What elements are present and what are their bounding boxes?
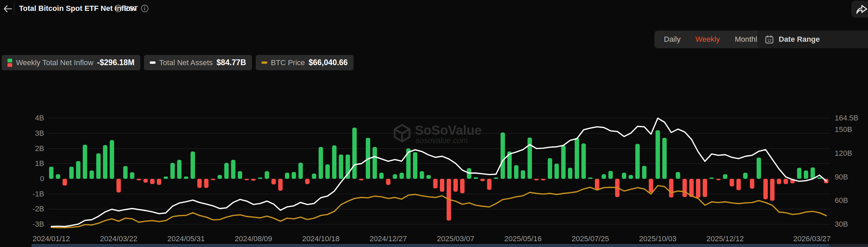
bar-week-26 — [224, 163, 229, 179]
bar-week-9 — [110, 140, 114, 179]
left-axis-tick: 1B — [35, 159, 44, 168]
bar-week-78 — [575, 138, 579, 179]
bar-week-27 — [231, 160, 235, 179]
bar-week-32 — [265, 171, 269, 179]
left-axis-tick: 4B — [35, 114, 44, 122]
bar-week-7 — [96, 153, 101, 179]
chart-scrollbar-track[interactable] — [32, 244, 868, 247]
bar-week-104 — [750, 179, 754, 189]
watermark-subtitle: sosovalue.com — [416, 136, 468, 145]
bar-week-4 — [76, 161, 80, 179]
bar-week-111 — [797, 168, 801, 179]
left-axis-tick: 2B — [35, 144, 44, 153]
bar-week-86 — [629, 175, 633, 179]
bar-week-30 — [251, 179, 256, 180]
x-axis-tick: 2025/05/16 — [504, 234, 542, 243]
bar-week-85 — [622, 173, 626, 179]
bar-week-56 — [427, 175, 431, 179]
left-axis-labels: 4B3B2B1B0-1B-2B-3B — [33, 114, 44, 228]
bar-week-89 — [649, 179, 653, 192]
bar-week-15 — [150, 179, 155, 184]
bar-week-50 — [386, 179, 391, 185]
x-axis-tick: 2024/12/27 — [369, 234, 407, 243]
x-axis-tick: 2024/03/22 — [100, 234, 137, 243]
bar-week-39 — [312, 173, 316, 179]
watermark-title: SoSoValue — [415, 123, 482, 137]
bar-week-88 — [642, 166, 647, 179]
bar-week-109 — [783, 179, 788, 184]
chart-scrollbar-handle[interactable] — [32, 244, 829, 247]
bar-week-6 — [90, 170, 94, 179]
left-axis-tick: -3B — [33, 220, 44, 228]
bar-week-1 — [56, 174, 60, 179]
bar-week-38 — [305, 179, 310, 184]
right-axis-tick: 150B — [835, 125, 852, 134]
etf-net-inflow-chart[interactable]: SoSoValuesosovalue.com4B3B2B1B0-1B-2B-3B… — [0, 0, 868, 247]
bar-week-16 — [157, 179, 161, 185]
bar-week-45 — [352, 128, 357, 179]
bar-week-48 — [373, 147, 377, 179]
bar-week-17 — [164, 176, 168, 179]
btc-price-line[interactable] — [51, 186, 826, 228]
bar-week-83 — [609, 171, 613, 179]
bar-week-37 — [299, 163, 303, 179]
bar-week-42 — [332, 146, 337, 179]
bar-week-8 — [103, 145, 107, 179]
left-axis-tick: -1B — [33, 190, 44, 198]
bar-week-34 — [278, 179, 283, 191]
bar-week-71 — [527, 137, 532, 179]
bar-week-2 — [62, 179, 67, 186]
bar-week-54 — [413, 152, 417, 179]
bar-week-92 — [669, 179, 673, 197]
bar-week-112 — [804, 170, 808, 179]
bar-week-61 — [460, 179, 465, 193]
right-axis-tick: 164.5B — [835, 114, 858, 122]
bar-week-73 — [541, 179, 545, 180]
bar-week-20 — [184, 176, 188, 179]
bar-week-5 — [83, 145, 87, 179]
bar-week-75 — [555, 164, 559, 179]
x-axis-tick: 2025/10/03 — [639, 234, 676, 243]
bar-week-31 — [258, 177, 263, 179]
bar-week-66 — [494, 177, 498, 179]
bar-week-41 — [325, 165, 330, 179]
bar-week-22 — [197, 179, 202, 188]
bar-week-81 — [595, 179, 599, 189]
x-axis-tick: 2024/05/31 — [167, 234, 205, 243]
x-axis-tick: 2024/08/09 — [235, 234, 272, 243]
bar-week-35 — [285, 173, 289, 179]
bar-week-70 — [521, 170, 525, 179]
sosovalue-watermark: SoSoValuesosovalue.com — [395, 123, 482, 145]
right-axis-labels: 164.5B150B120B90B60B30B — [835, 114, 858, 228]
right-axis-tick: 120B — [835, 149, 852, 157]
bar-week-65 — [487, 179, 491, 190]
bar-week-19 — [177, 160, 182, 179]
bar-week-29 — [245, 179, 249, 180]
bar-week-69 — [514, 165, 519, 179]
bar-week-76 — [561, 146, 566, 179]
x-axis-labels: 2024/01/122024/03/222024/05/312024/08/09… — [33, 234, 831, 243]
bar-week-51 — [393, 174, 397, 179]
bar-week-114 — [817, 177, 822, 179]
x-axis-tick: 2024/10/18 — [302, 234, 340, 243]
bar-week-3 — [69, 167, 74, 179]
bar-week-113 — [811, 168, 815, 179]
bar-week-11 — [123, 166, 128, 179]
bar-week-64 — [481, 179, 485, 181]
right-axis-tick: 30B — [835, 220, 848, 228]
bar-week-87 — [635, 144, 640, 179]
bar-week-60 — [453, 179, 458, 192]
bar-week-94 — [683, 179, 687, 197]
x-axis-tick: 2025/03/07 — [437, 234, 474, 243]
bar-week-79 — [581, 144, 586, 179]
bar-week-55 — [420, 171, 424, 179]
bar-week-99 — [716, 179, 721, 180]
bar-week-40 — [319, 147, 323, 179]
bar-week-10 — [116, 179, 121, 192]
bar-week-67 — [501, 133, 505, 179]
bar-week-52 — [399, 173, 404, 179]
x-axis-tick: 2025/07/25 — [572, 234, 609, 243]
bar-week-96 — [696, 179, 700, 198]
bar-week-100 — [723, 174, 727, 179]
bar-week-49 — [379, 173, 384, 179]
